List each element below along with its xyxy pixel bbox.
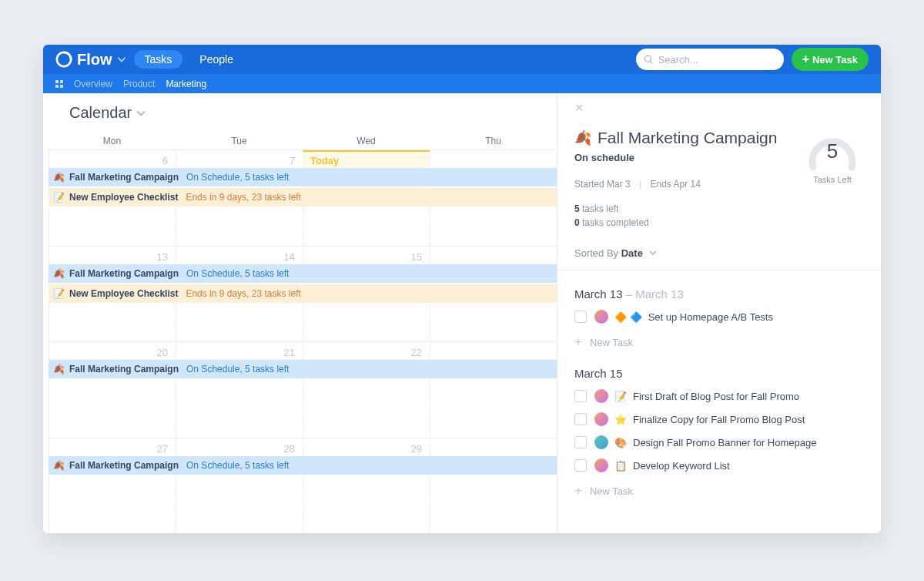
bar-title: Fall Marketing Campaign [69, 168, 179, 186]
project-bar[interactable]: 🍂Fall Marketing CampaignOn Schedule, 5 t… [49, 264, 557, 283]
chevron-down-icon[interactable] [136, 109, 146, 118]
crumb-product[interactable]: Product [123, 79, 155, 89]
date-number [430, 438, 557, 455]
add-task-button[interactable]: +New Task [574, 483, 864, 499]
task-icon: ⭐ [614, 414, 627, 425]
bar-title: Fall Marketing Campaign [69, 456, 179, 475]
day-head: Mon [49, 133, 176, 149]
date-number: 29 [303, 438, 430, 455]
bar-meta: On Schedule, 5 tasks left [186, 456, 289, 475]
task-title: Design Fall Promo Banner for Homepage [633, 437, 816, 448]
day-head: Tue [176, 133, 303, 149]
chevron-down-icon [117, 55, 126, 64]
task-title: First Draft of Blog Post for Fall Promo [633, 391, 799, 402]
date-number: 28 [176, 438, 303, 455]
search-input[interactable]: Search... [636, 49, 784, 70]
task-row[interactable]: 🎨Design Fall Promo Banner for Homepage [574, 435, 864, 449]
plus-icon: + [802, 52, 809, 66]
day-head: Thu [430, 133, 557, 149]
task-title: Develop Keyword List [633, 460, 730, 472]
avatar [594, 310, 608, 324]
date-number [430, 247, 557, 263]
date-number: 6 [49, 150, 176, 166]
tasks-left-count: 5 [574, 203, 580, 214]
search-placeholder: Search... [658, 54, 698, 65]
nav-tasks[interactable]: Tasks [134, 50, 183, 69]
breadcrumb: Overview Product Marketing [43, 74, 881, 93]
crumb-marketing[interactable]: Marketing [166, 79, 206, 89]
date-number [430, 342, 557, 358]
project-status: On schedule [574, 152, 801, 163]
date-number: 15 [303, 247, 430, 263]
sort-control[interactable]: Sorted By Date [574, 247, 864, 259]
new-task-button[interactable]: + New Task [792, 48, 869, 71]
nav-people[interactable]: People [189, 50, 244, 69]
app-logo[interactable]: Flow [55, 51, 126, 69]
checkbox[interactable] [574, 413, 587, 425]
checkbox[interactable] [574, 311, 587, 323]
checkbox[interactable] [574, 436, 587, 448]
calendar: Calendar Mon Tue Wed Thu Today678🍂Fall M… [43, 93, 557, 533]
close-icon[interactable]: ✕ [574, 101, 584, 115]
date-number: 13 [49, 247, 176, 263]
calendar-week: 272829🍂Fall Marketing CampaignOn Schedul… [49, 438, 557, 534]
calendar-week: Today678🍂Fall Marketing CampaignOn Sched… [49, 149, 557, 246]
bar-title: New Employee Checklist [69, 188, 178, 207]
project-panel: ✕ 🍂 Fall Marketing Campaign On schedule … [557, 93, 881, 533]
project-bar[interactable]: 🍂Fall Marketing CampaignOn Schedule, 5 t… [49, 360, 557, 378]
task-icon: 🎨 [614, 437, 627, 448]
bar-meta: On Schedule, 5 tasks left [186, 264, 289, 283]
app-name: Flow [77, 51, 112, 69]
project-bar[interactable]: 🍂Fall Marketing CampaignOn Schedule, 5 t… [49, 456, 557, 475]
plus-icon: + [574, 483, 582, 499]
crumb-overview[interactable]: Overview [74, 79, 112, 89]
avatar [594, 458, 608, 472]
task-icon: 📋 [614, 460, 627, 472]
search-icon [644, 55, 654, 65]
bar-emoji-icon: 🍂 [53, 168, 65, 186]
task-title: Set up Homepage A/B Tests [648, 311, 773, 323]
checkbox[interactable] [574, 459, 587, 472]
task-row[interactable]: ⭐Finalize Copy for Fall Promo Blog Post [574, 412, 864, 426]
task-icon: 🔶 🔷 [614, 311, 642, 323]
bar-title: New Employee Checklist [69, 284, 178, 303]
bar-meta: On Schedule, 5 tasks left [186, 168, 289, 186]
add-task-button[interactable]: +New Task [574, 334, 864, 350]
task-title: Finalize Copy for Fall Promo Blog Post [633, 414, 805, 425]
checkbox[interactable] [574, 390, 587, 402]
project-bar[interactable]: 📝New Employee ChecklistEnds in 9 days, 2… [49, 188, 557, 207]
topbar: Flow Tasks People Search... + New Task [43, 45, 881, 74]
avatar [594, 435, 608, 449]
bar-emoji-icon: 📝 [53, 284, 65, 303]
date-number: 7 [176, 150, 303, 166]
date-number: 27 [49, 438, 176, 455]
date-number: 20 [49, 342, 176, 358]
task-group-header: March 13 – March 13 [574, 287, 864, 301]
task-icon: 📝 [614, 391, 627, 402]
view-title[interactable]: Calendar [69, 104, 132, 122]
project-bar[interactable]: 🍂Fall Marketing CampaignOn Schedule, 5 t… [49, 168, 557, 186]
calendar-day-headers: Mon Tue Wed Thu [49, 133, 557, 149]
project-end: Ends Apr 14 [651, 179, 701, 190]
date-number: 14 [176, 247, 303, 263]
task-row[interactable]: 🔶 🔷Set up Homepage A/B Tests [574, 310, 864, 324]
bar-title: Fall Marketing Campaign [69, 360, 179, 378]
date-number [430, 150, 557, 166]
date-number: 22 [303, 342, 430, 358]
tasks-done-count: 0 [574, 217, 580, 228]
bar-title: Fall Marketing Campaign [69, 264, 179, 283]
plus-icon: + [574, 334, 582, 350]
grid-icon[interactable] [55, 80, 63, 88]
bar-meta: On Schedule, 5 tasks left [186, 360, 289, 378]
today-label: Today [310, 155, 339, 166]
calendar-week: 131415🍂Fall Marketing CampaignOn Schedul… [49, 246, 557, 342]
project-bar[interactable]: 📝New Employee ChecklistEnds in 9 days, 2… [49, 284, 557, 303]
gauge: 5 [805, 129, 860, 169]
bar-meta: Ends in 9 days, 23 tasks left [186, 188, 300, 207]
task-row[interactable]: 📝First Draft of Blog Post for Fall Promo [574, 389, 864, 403]
date-number: 21 [176, 342, 303, 358]
project-title: Fall Marketing Campaign [598, 129, 777, 147]
task-group-header: March 15 [574, 367, 864, 380]
chevron-down-icon [649, 249, 657, 257]
task-row[interactable]: 📋Develop Keyword List [574, 458, 864, 472]
